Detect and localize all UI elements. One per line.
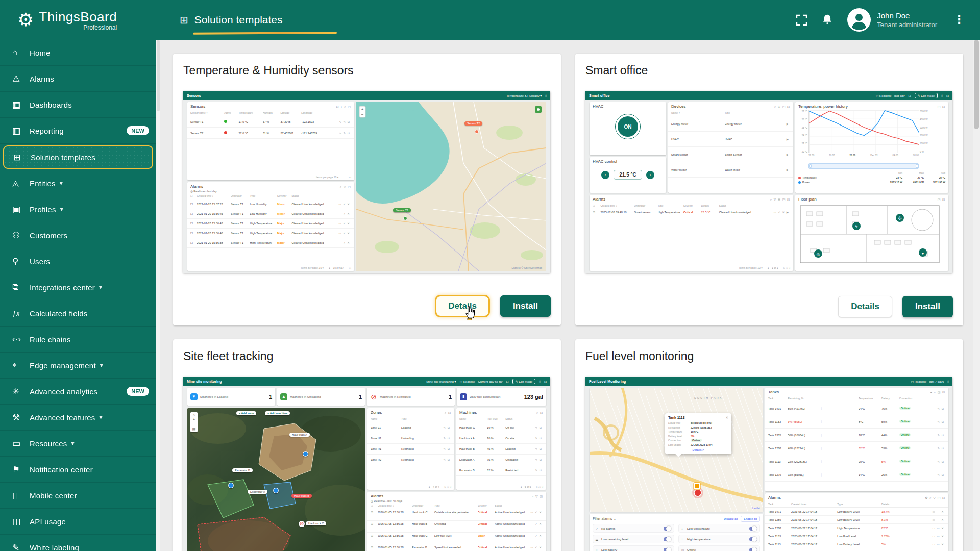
machine-label: Haul truck C bbox=[306, 521, 326, 525]
sidebar-item[interactable]: Home bbox=[0, 40, 156, 66]
machines-panel: Machines⌕ ⊡ Name Fuel level Status Haul … bbox=[456, 408, 546, 490]
tank-row: Tank 1133 3% (4505L) 8°C 59% Online ✎ ⊔ bbox=[765, 415, 948, 429]
popup-row: Remaining 22.02% (202818L) bbox=[668, 426, 728, 429]
fullscreen-icon[interactable] bbox=[796, 14, 807, 26]
sidebar-item[interactable]: Resources ▾ bbox=[0, 431, 156, 457]
dashboard-preview: Smart office ◷ Realtime - last day ⊟ ✎ E… bbox=[585, 91, 952, 273]
template-card-temperature-humidity: Temperature & Humidity sensors Sensors T… bbox=[173, 54, 561, 325]
sidebar-item-label: Edge management bbox=[30, 361, 96, 370]
cast-icon: ⊟ bbox=[909, 94, 911, 97]
row-action-icons: ✎ ⊔ bbox=[922, 420, 945, 423]
details-button[interactable]: Details bbox=[838, 296, 892, 317]
sidebar-item[interactable]: White labeling bbox=[0, 535, 156, 551]
x-tick: 04:00 bbox=[892, 154, 898, 157]
svg-text:+: + bbox=[361, 107, 364, 112]
alarm-row: ☐ 2026-01-05 12:36:28 Excavator B Speed … bbox=[368, 544, 546, 551]
zones-panel: Zones⌕ ⊡ Name Type Zone L1 Loading ✎ ⊔ bbox=[368, 408, 454, 490]
sidebar-item[interactable]: Profiles ▾ bbox=[0, 196, 156, 222]
sidebar-scrollbar[interactable] bbox=[156, 40, 160, 551]
map-marker-label: Sensor T1 bbox=[393, 208, 411, 212]
dash-title: Fuel Level Monitoring bbox=[589, 380, 626, 383]
panel-icons: ⌕ ▽ ◳ bbox=[340, 185, 351, 189]
sidebar-item[interactable]: Edge management ▾ bbox=[0, 353, 156, 379]
row-action-icons: ✎ ⊔ bbox=[432, 447, 451, 450]
ack-icons: ⋯ ✓ ✕ bbox=[330, 203, 351, 206]
sidebar-item-icon bbox=[12, 412, 30, 423]
popup-row: Liquid type Biodiesel B5 (5%) bbox=[668, 421, 728, 424]
ack-icons: ⋯ ✓ ✕ bbox=[330, 222, 351, 225]
kebab-menu-icon[interactable]: ⋮ bbox=[951, 13, 967, 27]
decrease-button: ‹ bbox=[601, 171, 609, 179]
sidebar-item[interactable]: Customers bbox=[0, 222, 156, 248]
install-button[interactable]: Install bbox=[902, 296, 953, 317]
y-tick: 23 °C bbox=[797, 142, 807, 145]
unloading-icon bbox=[280, 393, 287, 400]
zone-row: Zone L1 Loading ✎ ⊔ bbox=[368, 422, 454, 433]
row-action-icons: ∿ ✎ ⊔ bbox=[329, 132, 351, 135]
sidebar-item[interactable]: Solution templates bbox=[3, 145, 153, 169]
alarms-panel: Alarms⌕ ▽ ⊟ ◳ ⊡ ☐ Created time ↓ Origina… bbox=[590, 195, 793, 271]
sidebar-item-icon bbox=[12, 516, 30, 527]
dash-title: Sensors bbox=[187, 94, 201, 97]
filter-alarms-label: Filter alarms ⌄ bbox=[593, 517, 616, 521]
sidebar-item-label: Home bbox=[30, 48, 51, 57]
chat-ack-icons: ▭ ⋯ ✕ bbox=[903, 527, 945, 530]
sidebar-item[interactable]: Rule chains bbox=[0, 327, 156, 353]
card-title: Temperature & Humidity sensors bbox=[183, 64, 354, 78]
mine-site-map: + Add zone + Add machine Haul truck A Ex… bbox=[187, 408, 365, 551]
template-card-smart-office: Smart office Smart office ◷ Realtime - l… bbox=[575, 54, 963, 325]
sidebar-item-icon bbox=[12, 256, 30, 267]
sidebar-item-label: Solution templates bbox=[31, 153, 95, 162]
active-dot bbox=[224, 120, 227, 123]
thingsboard-logo[interactable]: ⚙ ThingsBoard Professional bbox=[0, 9, 156, 31]
machine-label: Haul truck A bbox=[289, 433, 310, 437]
row-action-icons: ✎ ⊔ bbox=[432, 426, 451, 429]
user-menu[interactable]: John Doe Tenant administrator bbox=[847, 8, 937, 32]
chat-ack-icons: ▭ ⋯ ✕ bbox=[903, 543, 945, 546]
sidebar-item[interactable]: Entities ▾ bbox=[0, 170, 156, 196]
legend-row: Power 2005.13 W 4961.9 W 3511.93 W bbox=[798, 181, 945, 184]
dashboard-preview: Fuel Level Monitoring ◷ Realtime - last … bbox=[585, 377, 952, 551]
machine-label: Excavator B bbox=[232, 468, 253, 472]
tanks-panel: Tanks+ ⌕ ◳ ⊡ Tank Remaining, % Temperatu… bbox=[765, 388, 948, 491]
alarm-toggle-row: ↑ High temperature bbox=[678, 535, 760, 543]
sidebar-item-label: API usage bbox=[30, 517, 66, 526]
tank-row: Tank 1491 80% (42146L) 24°C 76% Online ✎… bbox=[765, 402, 948, 415]
device-row: HVAC HVAC ▶ bbox=[668, 132, 793, 147]
sidebar-item-label: Advanced analytics bbox=[30, 387, 97, 396]
sidebar-item[interactable]: Integrations center ▾ bbox=[0, 274, 156, 300]
zone-row: Zone R2 Restricted ✎ ⊔ bbox=[368, 455, 454, 465]
chevron-down-icon: ▾ bbox=[60, 206, 63, 213]
ack-icons: ⋯ ✓ ✕ bbox=[526, 522, 543, 526]
tank-row: Tank 1288 40% (13214L) 82°C 53% Online ✎… bbox=[765, 442, 948, 455]
sidebar-item[interactable]: Mobile center bbox=[0, 483, 156, 509]
toggle-switch bbox=[749, 548, 757, 551]
sidebar-item[interactable]: Reporting NEW bbox=[0, 118, 156, 144]
alarm-toggle-row: ▯ Low battery bbox=[593, 545, 674, 551]
sidebar-item[interactable]: Advanced features ▾ bbox=[0, 405, 156, 431]
main-scrollbar[interactable] bbox=[973, 40, 980, 551]
sidebar-item[interactable]: Alarms bbox=[0, 66, 156, 92]
sidebar-item[interactable]: Advanced analytics NEW bbox=[0, 379, 156, 405]
chevron-down-icon: ▾ bbox=[100, 362, 103, 369]
row-action-icons: ✎ ⊔ bbox=[528, 426, 543, 429]
row-action-icons: ✎ ⊔ bbox=[528, 458, 543, 461]
sidebar-item[interactable]: Calculated fields bbox=[0, 300, 156, 327]
row-action-icons: ✎ ⊔ bbox=[922, 447, 945, 450]
notifications-bell-icon[interactable] bbox=[822, 14, 833, 26]
sidebar-item-label: Customers bbox=[30, 231, 67, 240]
install-button[interactable]: Install bbox=[500, 295, 551, 317]
range-selector bbox=[808, 163, 919, 169]
y-tick: 1000 W bbox=[920, 142, 929, 145]
popup-row: Last update 22 Jun 2023 17:04 bbox=[668, 443, 728, 446]
tank-popup: Tank 1113✕ Liquid type Biodiesel B5 (5%)… bbox=[665, 413, 731, 454]
zone-row: Zone U1 Unloading ✎ ⊔ bbox=[368, 433, 454, 444]
ack-icons: ⋯ ✓ ✕ ▶ bbox=[756, 211, 790, 214]
alarm-row: Tank 1471 2023-06-22 17:04:18 Low Batter… bbox=[765, 508, 948, 516]
play-icon: ▶ bbox=[772, 138, 790, 141]
sidebar-item[interactable]: Notification center bbox=[0, 457, 156, 483]
template-card-site-fleet-tracking: Site fleet tracking Mine site monitoring… bbox=[173, 339, 561, 551]
sidebar-item[interactable]: Dashboards bbox=[0, 92, 156, 118]
sidebar-item[interactable]: API usage bbox=[0, 509, 156, 535]
sidebar-item[interactable]: Users bbox=[0, 248, 156, 274]
